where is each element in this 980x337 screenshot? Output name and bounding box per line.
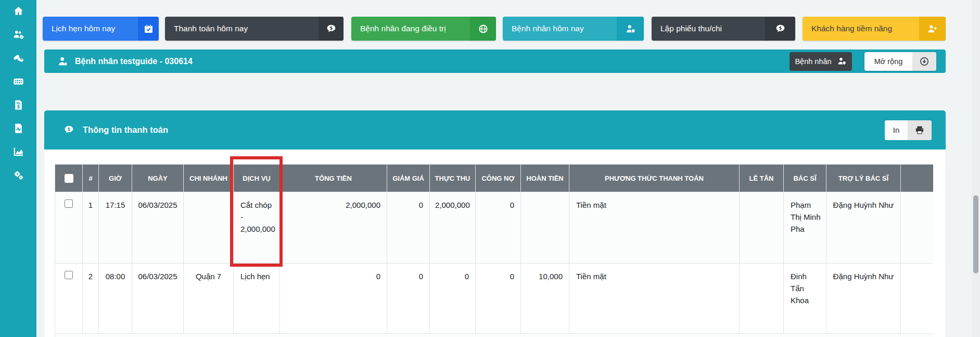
time-cell: 08:00	[99, 264, 132, 334]
col-receptionist: LỄ TÂN	[740, 165, 784, 192]
received-cell: 0	[430, 264, 476, 334]
debt-cell: 0	[476, 264, 521, 334]
button-label: Khách hàng tiềm năng	[803, 17, 919, 41]
comment-dollar-icon: $	[319, 17, 343, 41]
assistant-cell: Đặng Huỳnh Như	[826, 192, 901, 264]
col-received: THỰC THU	[430, 165, 476, 192]
settings-gears-icon[interactable]	[12, 169, 24, 181]
received-cell: 2,000,000	[430, 192, 476, 264]
user-shield-icon	[837, 56, 847, 66]
calendar-check-icon	[138, 17, 159, 41]
col-total: TỔNG TIỀN	[280, 165, 387, 192]
button-label: Thanh toán hôm nay	[165, 17, 319, 41]
comment-dollar-icon: $	[63, 124, 74, 135]
col-time: GIỜ	[99, 165, 132, 192]
doctor-cell: Phạm Thị Minh Pha	[784, 192, 826, 264]
svg-text:$: $	[17, 104, 20, 109]
index-cell: 1	[83, 192, 99, 264]
branch-cell	[184, 192, 234, 264]
payment-panel-header: $ Thông tin thanh toán In	[44, 110, 946, 149]
chart-icon[interactable]	[12, 145, 24, 158]
today-patients-button[interactable]: Bệnh nhân hôm nay	[503, 17, 644, 41]
expand-button[interactable]: Mở rộng	[864, 52, 936, 71]
staff-cell	[901, 264, 934, 334]
patient-bar-actions: Bệnh nhân Mở rộng	[790, 52, 936, 71]
partial-row	[55, 334, 934, 337]
print-button[interactable]: In	[885, 120, 932, 140]
refund-cell	[521, 192, 569, 264]
row-select-cell	[55, 264, 83, 334]
today-appointments-button[interactable]: Lịch hẹn hôm nay	[43, 17, 159, 41]
payment-table: # GIỜ NGÀY CHI NHÁNH DỊCH VỤ TỔNG TIỀN G…	[55, 164, 933, 337]
col-assistant: TRỢ LÝ BÁC SĨ	[826, 165, 901, 192]
receptionist-cell	[740, 264, 784, 334]
page-scrollbar-thumb[interactable]	[973, 195, 978, 273]
teeth-chart-icon[interactable]	[12, 75, 24, 88]
select-all-header[interactable]	[55, 165, 83, 192]
total-cell: 0	[280, 264, 387, 334]
time-cell: 17:15	[99, 192, 132, 264]
patient-button-label: Bệnh nhân	[795, 57, 831, 66]
today-payments-button[interactable]: Thanh toán hôm nay $	[165, 17, 343, 41]
print-button-label: In	[885, 120, 908, 140]
pills-icon[interactable]	[12, 52, 24, 64]
service-cell: Lịch hẹn	[234, 264, 280, 334]
col-service: DỊCH VỤ	[234, 165, 280, 192]
button-label: Bệnh nhân đang điều trị	[351, 17, 470, 41]
patient-title: Bệnh nhân testguide - 030614	[75, 57, 193, 66]
table-row	[55, 334, 934, 337]
printer-icon	[908, 120, 932, 140]
patient-icon	[57, 56, 69, 67]
patient-bar: Bệnh nhân testguide - 030614 Bệnh nhân M…	[44, 49, 946, 73]
patient-button[interactable]: Bệnh nhân	[790, 52, 852, 71]
svg-text:$: $	[779, 25, 782, 30]
svg-text:$: $	[68, 127, 71, 132]
circle-down-icon	[912, 52, 936, 71]
button-label: Lịch hẹn hôm nay	[43, 17, 138, 41]
doctor-cell: Đinh Tấn Khoa	[784, 264, 826, 334]
col-debt: CÔNG NỢ	[476, 165, 521, 192]
select-all-checkbox[interactable]	[65, 174, 73, 183]
date-cell: 06/03/2025	[132, 264, 184, 334]
table-header-row: # GIỜ NGÀY CHI NHÁNH DỊCH VỤ TỔNG TIỀN G…	[55, 165, 934, 192]
create-receipt-button[interactable]: Lập phiếu thu/chi $	[652, 17, 795, 41]
service-cell: Cắt chóp - 2,000,000	[234, 192, 280, 264]
col-doctor: BÁC SĨ	[784, 165, 826, 192]
home-icon[interactable]	[12, 5, 24, 17]
table-row: 1 17:15 06/03/2025 Cắt chóp - 2,000,000 …	[55, 192, 934, 264]
globe-icon	[470, 17, 496, 41]
row-checkbox[interactable]	[65, 199, 73, 208]
debt-cell: 0	[476, 192, 521, 264]
patients-in-treatment-button[interactable]: Bệnh nhân đang điều trị	[351, 17, 496, 41]
staff-cell	[901, 192, 934, 264]
medical-file-icon[interactable]	[12, 122, 24, 134]
expand-button-label: Mở rộng	[864, 52, 912, 71]
col-discount: GIẢM GIÁ	[387, 165, 430, 192]
payment-table-wrap: # GIỜ NGÀY CHI NHÁNH DỊCH VỤ TỔNG TIỀN G…	[55, 164, 933, 337]
total-cell: 2,000,000	[280, 192, 387, 264]
users-gear-icon[interactable]	[12, 28, 24, 41]
user-plus-icon	[919, 17, 946, 41]
col-branch: CHI NHÁNH	[184, 165, 234, 192]
receptionist-cell	[740, 192, 784, 264]
row-checkbox[interactable]	[65, 271, 73, 279]
col-refund: HOÀN TIỀN	[521, 165, 569, 192]
section-title: Thông tin thanh toán	[83, 125, 168, 135]
comment-dollar-icon: $	[765, 17, 795, 41]
potential-customers-button[interactable]: Khách hàng tiềm năng	[803, 17, 946, 41]
page-scrollbar-track	[972, 0, 980, 337]
discount-cell: 0	[387, 264, 430, 334]
row-select-cell	[55, 192, 83, 264]
button-label: Lập phiếu thu/chi	[652, 17, 765, 41]
date-cell: 06/03/2025	[132, 192, 184, 264]
page: $ Lịch hẹn h	[0, 0, 980, 337]
col-index: #	[83, 165, 99, 192]
discount-cell: 0	[387, 192, 430, 264]
button-label: Bệnh nhân hôm nay	[503, 17, 617, 41]
refund-cell: 10,000	[521, 264, 569, 334]
payment-method-cell: Tiền mặt	[569, 192, 740, 264]
index-cell: 2	[83, 264, 99, 334]
invoice-dollar-icon[interactable]: $	[12, 98, 24, 111]
payment-method-cell: Tiền mặt	[569, 264, 740, 334]
svg-text:$: $	[329, 25, 333, 30]
